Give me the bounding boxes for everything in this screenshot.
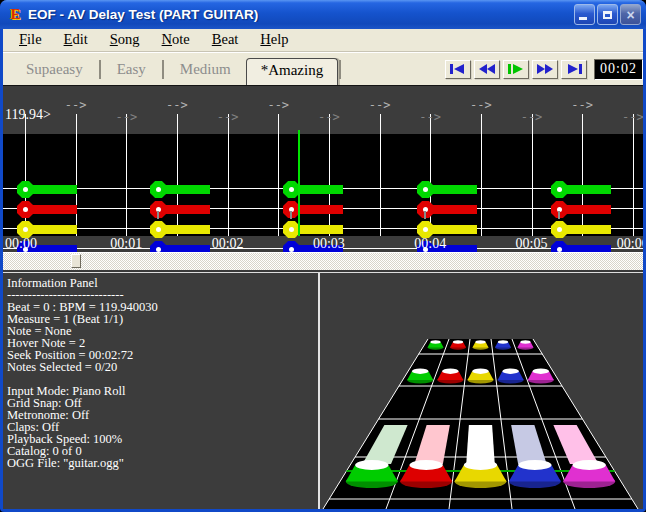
tab-easy[interactable]: Easy [102,59,161,80]
timeline-label: 00:03 [313,236,345,252]
note-center-dot [23,207,28,212]
maximize-icon [603,11,612,19]
tab-divider [162,60,164,79]
gem-highlight [573,460,606,470]
transport-controls [445,60,591,79]
fast-forward-button[interactable] [532,60,558,79]
scrollbar-handle[interactable] [71,254,81,268]
menu-bar: FileEditSongNoteBeatHelp [3,29,643,52]
note-center-dot [23,187,28,192]
menu-item-beat[interactable]: Beat [201,30,250,50]
gem-highlight [518,460,551,470]
tab-amazing[interactable]: *Amazing [246,58,338,85]
beat-line [177,114,178,236]
beat-marker-arrow: --> [521,110,543,124]
note-center-dot [423,187,428,192]
beat-line [76,114,77,236]
minimize-button[interactable] [574,4,595,25]
difficulty-tabs: SupaeasyEasyMedium*Amazing [3,53,342,85]
gem-highlight [464,460,497,470]
tab-divider [99,60,101,79]
note-center-dot [156,187,161,192]
beat-line [532,114,533,236]
beat-marker-arrow: --> [369,98,391,112]
note-center-dot [557,187,562,192]
beat-marker-arrow: --> [571,98,593,112]
beat-line [329,114,330,236]
sustain-ribbon [466,425,495,464]
beat-marker-arrow: --> [419,110,441,124]
bar-right-play-icon [507,63,525,75]
close-icon: × [626,8,634,22]
eof-window: E EOF - AV Delay Test (PART GUITAR) × Fi… [0,0,646,512]
note-head[interactable] [283,241,300,252]
bpm-marker-label: 119.94> [5,107,51,123]
note-center-dot [23,227,28,232]
note-head[interactable] [551,241,568,252]
beat-marker-arrow: --> [166,98,188,112]
note-head[interactable] [150,181,167,198]
note-head[interactable] [150,221,167,238]
note-center-dot [156,227,161,232]
note-head[interactable] [150,241,167,252]
gem-highlight [520,340,530,343]
menu-item-note[interactable]: Note [151,30,201,50]
tab-divider [339,60,341,79]
hover-tick [290,211,292,219]
play-button[interactable] [503,60,529,79]
beat-marker-arrow: --> [65,98,87,112]
menu-item-edit[interactable]: Edit [53,30,99,50]
app-icon: E [7,6,24,23]
seek-to-end-button[interactable] [561,60,587,79]
rewind-button[interactable] [474,60,500,79]
beat-line [228,114,229,236]
timeline-label: 00:01 [110,236,142,252]
preview-3d [320,273,643,509]
beat-marker-arrow: --> [267,98,289,112]
timeline-label: 00:06 [617,236,643,252]
beat-line [278,114,279,236]
gem-highlight [410,460,443,470]
beat-line [430,114,431,236]
beat-line [126,114,127,236]
info-line: Notes Selected = 0/20 [7,361,318,373]
timeline-label: 00:00 [5,236,37,252]
bottom-panels: Information Panel-----------------------… [3,272,643,509]
menu-item-file[interactable]: File [8,30,53,50]
beat-marker-arrow: --> [217,110,239,124]
note-head[interactable] [17,201,34,218]
right-bar-icon [565,63,583,75]
tab-supaeasy[interactable]: Supaeasy [11,59,98,80]
timeline-label: 00:04 [414,236,446,252]
hover-tick [424,211,426,219]
time-display: 00:02 [594,59,643,80]
beat-marker-arrow: --> [622,110,643,124]
note-center-dot [423,227,428,232]
note-head[interactable] [17,181,34,198]
hover-tick [157,211,159,219]
rewind-to-start-button[interactable] [445,60,471,79]
editor-scrollbar[interactable] [3,252,643,272]
close-button[interactable]: × [620,4,641,25]
note-editor[interactable]: -->-->-->-->-->-->-->-->-->-->-->-->119.… [3,85,643,252]
titlebar[interactable]: E EOF - AV Delay Test (PART GUITAR) × [0,0,646,29]
note-center-dot [289,227,294,232]
hover-tick [558,211,560,219]
gem-highlight [532,368,549,373]
menu-item-help[interactable]: Help [249,30,299,50]
fretboard-3d [320,273,643,509]
client-area: FileEditSongNoteBeatHelp SupaeasyEasyMed… [3,29,643,509]
tab-medium[interactable]: Medium [165,59,246,80]
minimize-icon [579,17,587,20]
beat-line [380,114,381,236]
beat-line [481,114,482,236]
beat-line [582,114,583,236]
menu-item-song[interactable]: Song [99,30,151,50]
window-title: EOF - AV Delay Test (PART GUITAR) [28,7,574,22]
beat-marker-arrow: --> [318,110,340,124]
bar-left-icon [449,63,467,75]
window-controls: × [574,4,641,25]
maximize-button[interactable] [597,4,618,25]
gem-highlight [472,368,489,373]
note-center-dot [557,227,562,232]
